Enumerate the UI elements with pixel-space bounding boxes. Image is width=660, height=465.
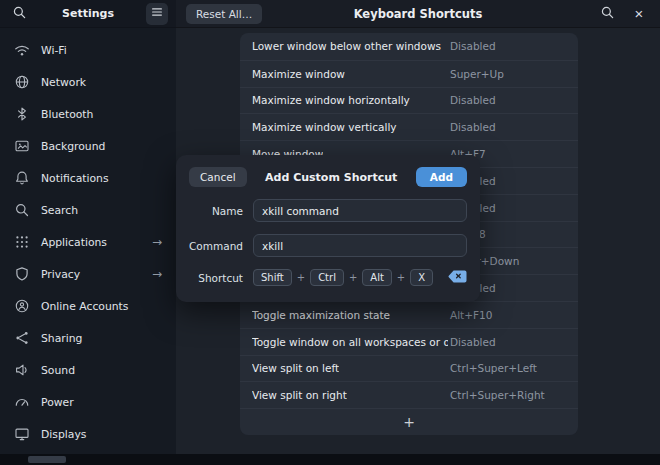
sidebar: Settings Wi-FiNetworkBluetoothBackground… xyxy=(0,0,176,465)
shortcut-row[interactable]: View split on leftCtrl+Super+Left xyxy=(240,355,578,382)
cancel-button[interactable]: Cancel xyxy=(189,167,247,187)
shortcut-row[interactable]: Maximize windowSuper+Up xyxy=(240,60,578,87)
shortcut-name: Toggle maximization state xyxy=(252,309,390,321)
shortcut-row: Shortcut Shift+Ctrl+Alt+X xyxy=(189,269,467,286)
taskbar xyxy=(0,454,660,465)
backspace-icon xyxy=(448,270,467,286)
sidebar-item-notifications[interactable]: Notifications xyxy=(0,162,176,194)
network-icon xyxy=(14,74,30,90)
keycap-alt: Alt xyxy=(362,269,392,286)
shortcut-name: Lower window below other windows xyxy=(252,40,441,52)
plus-separator: + xyxy=(349,272,357,283)
search-icon xyxy=(14,202,30,218)
sidebar-item-search[interactable]: Search xyxy=(0,194,176,226)
shortcut-command-input[interactable] xyxy=(253,234,467,257)
shortcut-binding: Ctrl+Super+Left xyxy=(450,362,537,374)
sidebar-item-privacy[interactable]: Privacy→ xyxy=(0,258,176,290)
command-label: Command xyxy=(189,240,243,252)
shortcut-label: Shortcut xyxy=(189,272,243,284)
shortcut-keys: Shift+Ctrl+Alt+X xyxy=(253,269,438,286)
sharing-icon xyxy=(14,330,30,346)
shortcut-name: View split on right xyxy=(252,389,347,401)
shortcut-name: Maximize window vertically xyxy=(252,121,397,133)
applications-icon xyxy=(14,234,30,250)
sidebar-item-label: Sharing xyxy=(41,332,82,345)
menu-button[interactable] xyxy=(146,3,168,25)
sidebar-title: Settings xyxy=(34,7,142,20)
displays-icon xyxy=(14,426,30,442)
shortcut-name: Maximize window horizontally xyxy=(252,94,410,106)
clear-shortcut-button[interactable] xyxy=(448,270,467,286)
main-header: Reset All… Keyboard Shortcuts × xyxy=(176,0,660,28)
sidebar-item-sound[interactable]: Sound xyxy=(0,354,176,386)
name-row: Name xyxy=(189,199,467,222)
notifications-icon xyxy=(14,170,30,186)
shortcut-binding: Disabled xyxy=(450,121,496,133)
sidebar-search-button[interactable] xyxy=(8,3,30,25)
sidebar-item-label: Sound xyxy=(41,364,75,377)
add-button[interactable]: Add xyxy=(416,167,467,187)
shortcut-binding: Disabled xyxy=(450,336,496,348)
sidebar-item-label: Applications xyxy=(41,236,107,249)
name-label: Name xyxy=(189,205,243,217)
sidebar-item-bluetooth[interactable]: Bluetooth xyxy=(0,98,176,130)
shortcut-name: Maximize window xyxy=(252,68,345,80)
hamburger-icon xyxy=(150,5,164,22)
shortcut-row[interactable]: Toggle window on all workspaces or oneDi… xyxy=(240,328,578,355)
sidebar-item-background[interactable]: Background xyxy=(0,130,176,162)
sidebar-item-label: Privacy xyxy=(41,268,80,281)
shortcut-name: Toggle window on all workspaces or one xyxy=(252,336,448,348)
plus-separator: + xyxy=(397,272,405,283)
sidebar-item-label: Power xyxy=(41,396,74,409)
sidebar-item-displays[interactable]: Displays xyxy=(0,418,176,450)
add-shortcut-row[interactable]: + xyxy=(240,408,578,435)
sidebar-nav: Wi-FiNetworkBluetoothBackgroundNotificat… xyxy=(0,28,176,450)
shortcut-row[interactable]: Lower window below other windowsDisabled xyxy=(240,33,578,60)
add-custom-shortcut-dialog: Cancel Add Custom Shortcut Add Name Comm… xyxy=(176,155,480,302)
sidebar-header: Settings xyxy=(0,0,176,28)
sidebar-item-network[interactable]: Network xyxy=(0,66,176,98)
sidebar-item-power[interactable]: Power xyxy=(0,386,176,418)
sidebar-item-online-accounts[interactable]: Online Accounts xyxy=(0,290,176,322)
sidebar-item-label: Online Accounts xyxy=(41,300,128,313)
sidebar-item-label: Wi-Fi xyxy=(41,44,67,57)
shortcut-binding: Disabled xyxy=(450,94,496,106)
command-row: Command xyxy=(189,234,467,257)
bluetooth-icon xyxy=(14,106,30,122)
sidebar-item-label: Displays xyxy=(41,428,86,441)
shortcut-row[interactable]: Maximize window horizontallyDisabled xyxy=(240,87,578,114)
shortcut-name-input[interactable] xyxy=(253,199,467,222)
keycap-x: X xyxy=(410,269,433,286)
sidebar-item-label: Network xyxy=(41,76,86,89)
search-icon xyxy=(12,5,27,23)
arrow-right-icon: → xyxy=(152,235,162,249)
sidebar-item-label: Background xyxy=(41,140,105,153)
header-search-button[interactable] xyxy=(596,3,618,25)
plus-separator: + xyxy=(297,272,305,283)
shortcut-binding: Ctrl+Super+Right xyxy=(450,389,545,401)
power-icon xyxy=(14,394,30,410)
close-window-button[interactable]: × xyxy=(628,3,650,25)
sidebar-item-wi-fi[interactable]: Wi-Fi xyxy=(0,34,176,66)
keycap-ctrl: Ctrl xyxy=(310,269,344,286)
settings-window: Settings Wi-FiNetworkBluetoothBackground… xyxy=(0,0,660,465)
shortcut-binding: Super+Up xyxy=(450,68,504,80)
background-icon xyxy=(14,138,30,154)
arrow-right-icon: → xyxy=(152,267,162,281)
shortcut-name: View split on left xyxy=(252,362,339,374)
sound-icon xyxy=(14,362,30,378)
sidebar-item-sharing[interactable]: Sharing xyxy=(0,322,176,354)
shortcut-row[interactable]: Toggle maximization stateAlt+F10 xyxy=(240,301,578,328)
reset-all-button[interactable]: Reset All… xyxy=(186,4,262,24)
sidebar-item-label: Bluetooth xyxy=(41,108,93,121)
sidebar-item-applications[interactable]: Applications→ xyxy=(0,226,176,258)
privacy-icon xyxy=(14,266,30,282)
close-icon: × xyxy=(635,6,644,21)
shortcut-row[interactable]: Maximize window verticallyDisabled xyxy=(240,113,578,140)
dialog-title: Add Custom Shortcut xyxy=(247,171,416,184)
search-icon xyxy=(600,5,615,23)
taskbar-window-item[interactable] xyxy=(28,456,66,463)
online-accounts-icon xyxy=(14,298,30,314)
shortcut-row[interactable]: View split on rightCtrl+Super+Right xyxy=(240,381,578,408)
shortcut-binding: Disabled xyxy=(450,40,496,52)
